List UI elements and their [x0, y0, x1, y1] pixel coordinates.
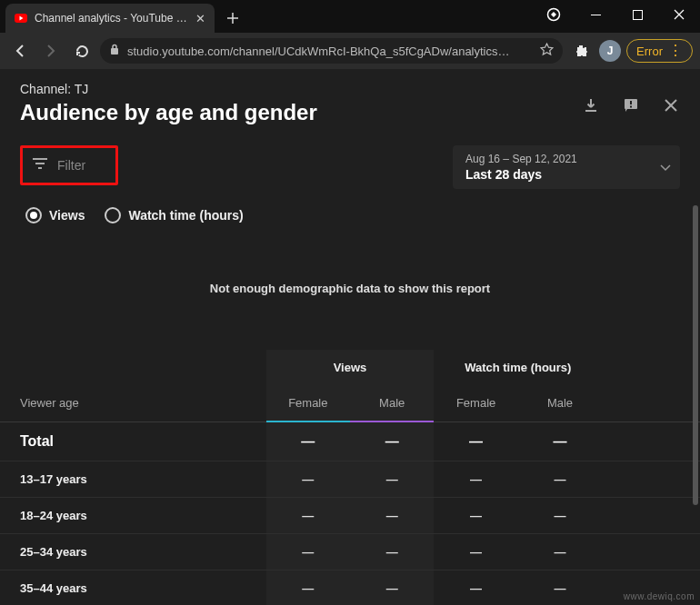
- kebab-icon: ⋮: [668, 44, 683, 58]
- cell-value: —: [266, 570, 350, 605]
- row-label: 35–44 years: [0, 570, 266, 605]
- filter-icon: [32, 157, 48, 174]
- address-bar: studio.youtube.com/channel/UCdkWmRcI-Bkh…: [0, 33, 700, 69]
- url-text: studio.youtube.com/channel/UCdkWmRcI-Bkh…: [127, 45, 533, 58]
- table-row: 13–17 years————: [0, 461, 700, 497]
- forward-button[interactable]: [38, 38, 64, 64]
- shield-icon[interactable]: [533, 0, 575, 29]
- close-panel-icon[interactable]: [662, 96, 680, 114]
- tab-title: Channel analytics - YouTube Stud: [35, 12, 188, 25]
- feedback-icon[interactable]: [622, 96, 640, 114]
- error-chip[interactable]: Error ⋮: [626, 39, 693, 63]
- channel-label: Channel: TJ: [20, 82, 317, 96]
- watermark: www.dewiq.com: [624, 591, 695, 601]
- minimize-button[interactable]: [575, 0, 616, 29]
- extensions-icon[interactable]: [568, 38, 594, 64]
- cell-value: —: [434, 497, 517, 533]
- bookmark-star-icon[interactable]: [540, 43, 554, 59]
- date-range-text: Aug 16 – Sep 12, 2021: [465, 153, 645, 165]
- date-preset-text: Last 28 days: [465, 167, 645, 182]
- maximize-button[interactable]: [616, 0, 658, 29]
- filter-button[interactable]: Filter: [20, 145, 118, 185]
- radio-unselected-icon: [105, 207, 121, 223]
- svg-rect-11: [630, 106, 632, 108]
- lock-icon: [109, 44, 120, 58]
- cell-value: —: [434, 533, 517, 570]
- date-range-picker[interactable]: Aug 16 – Sep 12, 2021 Last 28 days: [453, 145, 680, 189]
- cell-value: —: [266, 461, 350, 497]
- profile-avatar[interactable]: J: [599, 40, 621, 62]
- cell-value: —: [434, 422, 517, 461]
- reload-button[interactable]: [69, 38, 95, 64]
- col-female-watch: Female: [434, 385, 517, 422]
- svg-rect-8: [111, 48, 118, 55]
- empty-state-message: Not enough demographic data to show this…: [0, 223, 700, 350]
- cell-value: —: [350, 497, 434, 533]
- metric-watchtime-radio[interactable]: Watch time (hours): [105, 207, 243, 223]
- new-tab-button[interactable]: [220, 5, 245, 31]
- error-label: Error: [636, 45, 663, 58]
- page-title: Audience by age and gender: [20, 100, 317, 125]
- row-label: 13–17 years: [0, 461, 266, 497]
- radio-selected-icon: [25, 207, 42, 223]
- chevron-down-icon: [660, 159, 671, 175]
- table-row: Total————: [0, 422, 700, 461]
- cell-value: —: [518, 533, 602, 570]
- cell-value: —: [350, 422, 434, 461]
- metric-watchtime-label: Watch time (hours): [128, 208, 243, 223]
- col-male-watch: Male: [518, 385, 602, 422]
- demographics-table: Views Watch time (hours) Viewer age Fema…: [0, 350, 700, 605]
- table-row: 25–34 years————: [0, 533, 700, 570]
- svg-rect-2: [633, 10, 642, 19]
- row-label: 25–34 years: [0, 533, 266, 570]
- scrollbar[interactable]: [693, 205, 698, 505]
- cell-value: —: [518, 497, 602, 533]
- metric-views-radio[interactable]: Views: [25, 207, 85, 223]
- close-window-button[interactable]: [658, 0, 700, 29]
- table-row: 18–24 years————: [0, 497, 700, 533]
- row-label: Total: [0, 422, 266, 461]
- col-group-watchtime: Watch time (hours): [434, 350, 602, 385]
- url-input[interactable]: studio.youtube.com/channel/UCdkWmRcI-Bkh…: [100, 38, 563, 64]
- cell-value: —: [350, 461, 434, 497]
- svg-rect-10: [630, 101, 632, 104]
- row-label: 18–24 years: [0, 497, 266, 533]
- back-button[interactable]: [7, 38, 33, 64]
- row-header: Viewer age: [0, 385, 266, 422]
- close-tab-icon[interactable]: ✕: [195, 12, 205, 25]
- metric-views-label: Views: [49, 208, 85, 223]
- cell-value: —: [350, 533, 434, 570]
- cell-value: —: [434, 461, 517, 497]
- filter-label: Filter: [57, 158, 85, 173]
- cell-value: —: [266, 533, 350, 570]
- cell-value: —: [266, 422, 350, 461]
- browser-tab[interactable]: Channel analytics - YouTube Stud ✕: [5, 4, 215, 33]
- cell-value: —: [266, 497, 350, 533]
- download-icon[interactable]: [582, 96, 600, 114]
- page-content: Channel: TJ Audience by age and gender F…: [0, 69, 700, 605]
- col-group-views: Views: [266, 350, 435, 385]
- table-row: 35–44 years————: [0, 570, 700, 605]
- cell-value: —: [518, 461, 602, 497]
- col-male-views: Male: [350, 385, 434, 422]
- cell-value: —: [518, 570, 602, 605]
- cell-value: —: [518, 422, 602, 461]
- cell-value: —: [350, 570, 434, 605]
- youtube-favicon-icon: [15, 12, 27, 25]
- col-female-views: Female: [266, 385, 350, 422]
- cell-value: —: [434, 570, 517, 605]
